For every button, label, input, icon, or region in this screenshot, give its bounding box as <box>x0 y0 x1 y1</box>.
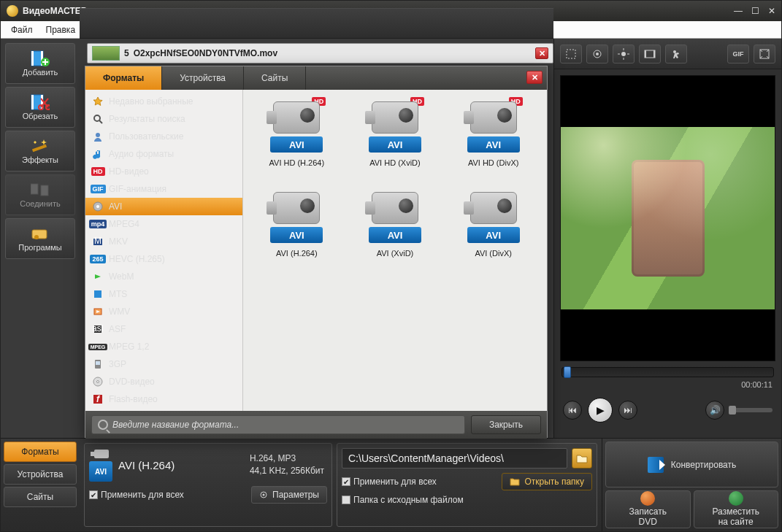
tool-frame-button[interactable] <box>586 45 608 63</box>
modal-close-x[interactable]: ✕ <box>526 71 543 84</box>
category-asf[interactable]: asfASF <box>85 320 242 338</box>
preset-avi-hd-divx-[interactable]: HDAVIAVI HD (DivX) <box>445 97 541 183</box>
mp4-icon: mp4 <box>91 219 104 229</box>
sidebar-add-button[interactable]: Добавить <box>5 43 75 84</box>
modal-tab-formats[interactable]: Форматы <box>85 66 162 90</box>
wmv-icon <box>91 307 104 317</box>
category-hevc-h-265-[interactable]: 265HEVC (H.265) <box>85 250 242 268</box>
preset-avi-h-264-[interactable]: AVIAVI (H.264) <box>249 188 345 274</box>
category-webm[interactable]: WebM <box>85 268 242 285</box>
asf-icon: asf <box>91 324 104 334</box>
upload-button[interactable]: Разместить на сайте <box>694 490 779 528</box>
params-button[interactable]: Параметры <box>251 486 327 504</box>
modal-close-button[interactable]: Закрыть <box>471 415 541 434</box>
sidebar-join-button: Соединить <box>5 174 75 215</box>
category-mpeg4[interactable]: mp4MPEG4 <box>85 215 242 233</box>
preview-frame <box>561 127 775 309</box>
play-button[interactable]: ▶ <box>588 398 613 423</box>
bottom-bar: Форматы Устройства Сайты AVI AVI (H.264)… <box>1 438 781 531</box>
tool-speed-button[interactable] <box>665 45 687 63</box>
bottom-tab-sites[interactable]: Сайты <box>4 487 77 507</box>
svg-rect-11 <box>41 185 48 196</box>
svg-rect-24 <box>653 50 655 58</box>
bottom-tab-devices[interactable]: Устройства <box>4 464 77 485</box>
preview-video <box>560 75 775 361</box>
preset-avi-hd-xvid-[interactable]: HDAVIAVI HD (XviD) <box>348 97 443 183</box>
category-flash-видео[interactable]: fFlash-видео <box>85 390 242 408</box>
file-remove-button[interactable]: ✕ <box>535 47 548 59</box>
apply-all-checkbox-2[interactable]: ✔Применить для всех <box>342 477 437 487</box>
search-icon <box>98 420 108 430</box>
svg-point-25 <box>673 50 676 53</box>
preset-label: AVI (DivX) <box>475 249 512 258</box>
format-spec-1: H.264, MP3 <box>250 452 324 465</box>
sidebar-programs-button[interactable]: Программы <box>5 218 75 259</box>
search-icon <box>91 114 104 124</box>
modal-tab-sites[interactable]: Сайты <box>244 66 306 90</box>
sidebar-cut-button[interactable]: Обрезать <box>5 87 75 128</box>
tool-gif-button[interactable]: GIF <box>727 45 749 63</box>
category-wmv[interactable]: WMV <box>85 303 242 320</box>
minimize-button[interactable]: — <box>734 6 743 16</box>
close-button[interactable]: ✕ <box>768 6 775 16</box>
add-icon <box>30 50 50 66</box>
category-mpeg-1-2[interactable]: MPEGMPEG 1,2 <box>85 338 242 355</box>
menu-file[interactable]: Файл <box>5 23 39 37</box>
hd-icon: HD <box>91 166 104 177</box>
preset-label: AVI (XviD) <box>377 249 414 258</box>
category-аудио-форматы[interactable]: Аудио форматы <box>85 145 242 163</box>
audio-icon <box>91 149 104 159</box>
category-dvd-видео[interactable]: DVD-видео <box>85 373 242 390</box>
tool-fullscreen-button[interactable] <box>754 45 775 63</box>
category-результаты-поиска[interactable]: Результаты поиска <box>85 110 242 128</box>
sidebar-add-label: Добавить <box>23 68 58 77</box>
preview-panel: GIF 00:00:11 ⏮ ▶ ⏭ 🔊 <box>553 39 781 438</box>
tool-filmstrip-button[interactable] <box>639 45 661 63</box>
burn-dvd-button[interactable]: Записать DVD <box>605 490 691 528</box>
camcorder-icon <box>470 101 517 134</box>
dvd-icon <box>91 377 104 387</box>
volume-slider[interactable] <box>729 408 773 412</box>
output-path[interactable]: C:\Users\ContentManager\Videos\ <box>342 448 567 469</box>
preset-avi-hd-h-264-[interactable]: HDAVIAVI HD (H.264) <box>249 97 345 183</box>
sidebar-effects-button[interactable]: Эффекты <box>5 131 75 171</box>
modal-tab-devices[interactable]: Устройства <box>162 66 244 90</box>
seek-bar[interactable] <box>561 367 774 377</box>
svg-rect-12 <box>32 230 47 239</box>
svg-point-33 <box>96 133 100 137</box>
bottom-tab-formats[interactable]: Форматы <box>4 442 77 462</box>
seek-knob[interactable] <box>564 366 571 378</box>
tool-brightness-button[interactable] <box>613 45 635 63</box>
category-3gp[interactable]: 3GP <box>85 355 242 373</box>
preset-avi-divx-[interactable]: AVIAVI (DivX) <box>445 188 541 274</box>
apply-all-checkbox[interactable]: ✔Применить для всех <box>89 490 184 500</box>
category-mts[interactable]: MTS <box>85 285 242 303</box>
category-недавно-выбранные[interactable]: Недавно выбранные <box>85 93 242 110</box>
next-track-button[interactable]: ⏭ <box>618 401 637 420</box>
preset-avi-xvid-[interactable]: AVIAVI (XviD) <box>348 188 443 274</box>
svg-rect-23 <box>645 50 646 58</box>
category-пользовательские[interactable]: Пользовательские <box>85 128 242 145</box>
volume-icon[interactable]: 🔊 <box>705 401 724 420</box>
265-icon: 265 <box>91 254 104 264</box>
format-search-input[interactable]: Введите название формата... <box>91 415 465 434</box>
sidebar-programs-label: Программы <box>18 243 61 252</box>
category-avi[interactable]: AVI <box>85 198 242 215</box>
browse-folder-button[interactable] <box>572 448 592 469</box>
open-folder-button[interactable]: Открыть папку <box>502 473 592 490</box>
svg-point-17 <box>621 52 626 56</box>
menu-edit[interactable]: Правка <box>40 23 82 37</box>
star-icon <box>91 96 104 107</box>
convert-button[interactable]: Конвертировать <box>605 442 778 487</box>
category-gif-анимация[interactable]: GIFGIF-анимация <box>85 180 242 198</box>
category-mkv[interactable]: MMKV <box>85 233 242 250</box>
prev-track-button[interactable]: ⏮ <box>563 401 582 420</box>
src-folder-checkbox[interactable]: Папка с исходным файлом <box>342 495 592 505</box>
maximize-button[interactable]: ☐ <box>751 6 759 16</box>
category-hd-видео[interactable]: HDHD-видео <box>85 163 242 180</box>
svg-rect-1 <box>31 51 34 66</box>
preset-label: AVI (H.264) <box>276 249 318 258</box>
preset-label: AVI HD (XviD) <box>369 158 420 167</box>
category-quicktime-mov-[interactable]: QQuickTime (MOV) <box>85 408 242 411</box>
tool-crop-button[interactable] <box>560 45 582 63</box>
